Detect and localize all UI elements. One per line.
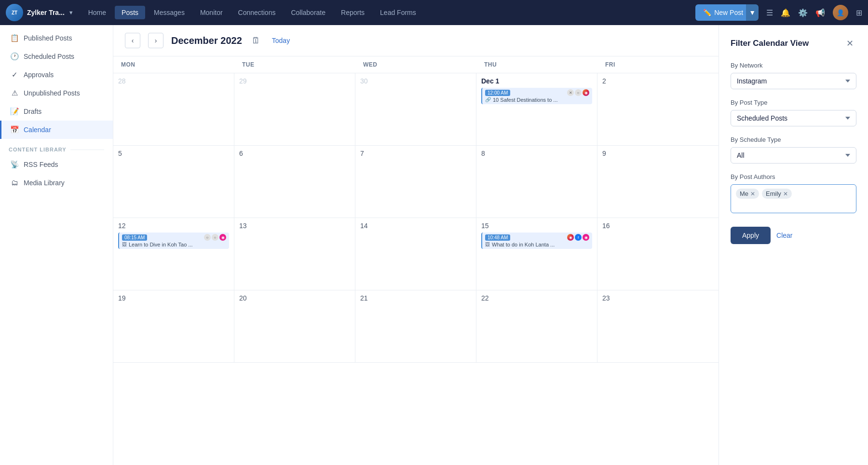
prev-month-button[interactable]: ‹ [125, 33, 140, 48]
filter-by-authors-label: By Post Authors [731, 173, 856, 180]
next-month-button[interactable]: › [148, 33, 163, 48]
sidebar-item-media-library[interactable]: 🗂 Media Library [0, 174, 113, 191]
approvals-icon: ✓ [10, 70, 19, 79]
calendar-main: ‹ › December 2022 🗓 Today MON TUE WED TH… [113, 25, 719, 465]
nav-item-monitor[interactable]: Monitor [193, 6, 230, 19]
cal-cell-dec1[interactable]: Dec 1 12:00 AM ✕ ○ ◉ � [476, 73, 597, 145]
cal-cell-dec5[interactable]: 5 [113, 146, 234, 218]
grid-apps-icon[interactable]: ⊞ [856, 8, 862, 17]
apply-button[interactable]: Apply [731, 227, 771, 244]
filter-by-post-type-label: By Post Type [731, 99, 856, 106]
event-icons-dec15: ◉ f ◉ [567, 234, 589, 241]
calendar-filter-icon[interactable]: 🗓 [252, 36, 260, 46]
event-icons: ✕ ○ ◉ [567, 89, 589, 96]
sidebar-item-calendar[interactable]: 📅 Calendar [0, 121, 113, 139]
scheduled-posts-icon: 🕐 [10, 52, 19, 61]
event-link-icon: 🔗 [485, 97, 491, 102]
nav-item-messages[interactable]: Messages [147, 6, 191, 19]
media-library-icon: 🗂 [10, 178, 19, 187]
sidebar-item-drafts[interactable]: 📝 Drafts [0, 102, 113, 121]
cal-date-dec15: 15 [481, 222, 592, 230]
event-time-badge-dec12: 08:15 AM [122, 234, 147, 241]
author-tag-emily[interactable]: Emily ✕ [762, 189, 792, 199]
day-header-wed: WED [355, 56, 476, 73]
event-icon-pink: ◉ [219, 234, 226, 241]
event-time-badge-dec15: 10:48 AM [485, 234, 510, 241]
filter-close-button[interactable]: ✕ [843, 37, 856, 50]
cal-cell-nov30[interactable]: 30 [355, 73, 476, 145]
cal-date-dec1: Dec 1 [481, 77, 592, 85]
cal-event-dec1-1[interactable]: 12:00 AM ✕ ○ ◉ 🔗 10 Safest Destinations … [481, 88, 592, 104]
author-tag-me-remove[interactable]: ✕ [750, 191, 755, 197]
clear-link[interactable]: Clear [776, 232, 792, 239]
cal-cell-dec22[interactable]: 22 [476, 290, 597, 362]
cal-cell-dec21[interactable]: 21 [355, 290, 476, 362]
cal-cell-dec2[interactable]: 2 [597, 73, 719, 145]
cal-cell-dec13[interactable]: 13 [234, 218, 355, 290]
sidebar-item-rss-feeds[interactable]: 📡 RSS Feeds [0, 155, 113, 174]
nav-item-collaborate[interactable]: Collaborate [284, 6, 332, 19]
cal-cell-dec8[interactable]: 8 [476, 146, 597, 218]
cal-cell-dec7[interactable]: 7 [355, 146, 476, 218]
filter-actions: Apply Clear [731, 227, 856, 244]
cal-date-dec14: 14 [360, 222, 471, 230]
cal-cell-dec23[interactable]: 23 [597, 290, 719, 362]
event-image-icon-dec15: 🖼 [485, 242, 490, 247]
author-tag-emily-remove[interactable]: ✕ [783, 191, 788, 197]
broadcast-icon[interactable]: 📢 [815, 8, 825, 17]
cal-event-dec12-1[interactable]: 08:15 AM ○ ○ ◉ 🖼 Learn to Dive in Koh Ta… [118, 232, 229, 249]
sidebar-item-unpublished-posts[interactable]: ⚠ Unpublished Posts [0, 84, 113, 102]
filter-by-network-select[interactable]: Instagram Facebook Twitter LinkedIn [731, 73, 856, 89]
nav-item-posts[interactable]: Posts [115, 6, 145, 19]
avatar[interactable]: 👤 [833, 5, 848, 20]
cal-cell-dec9[interactable]: 9 [597, 146, 719, 218]
nav-item-connections[interactable]: Connections [231, 6, 283, 19]
filter-by-schedule-type-select[interactable]: All Custom Recurring [731, 147, 856, 164]
settings-icon[interactable]: ⚙️ [798, 8, 808, 17]
cal-cell-dec19[interactable]: 19 [113, 290, 234, 362]
nav-item-home[interactable]: Home [81, 6, 113, 19]
new-post-button[interactable]: ✏️ New Post ▼ [695, 4, 759, 21]
cal-date-nov28: 28 [118, 77, 229, 85]
cal-cell-dec6[interactable]: 6 [234, 146, 355, 218]
content-library-section: CONTENT LIBRARY [0, 139, 113, 155]
event-title-dec12: Learn to Dive in Koh Tao ... [129, 242, 193, 247]
cal-cell-dec16[interactable]: 16 [597, 218, 719, 290]
cal-cell-dec20[interactable]: 20 [234, 290, 355, 362]
edit-icon: ✏️ [703, 9, 711, 16]
filter-authors-box[interactable]: Me ✕ Emily ✕ [731, 184, 856, 213]
event-body: 🔗 10 Safest Destinations to ... [485, 97, 589, 103]
cal-date-dec16: 16 [602, 222, 714, 230]
event-time-badge: 12:00 AM [485, 90, 510, 96]
cal-date-nov29: 29 [239, 77, 350, 85]
drafts-icon: 📝 [10, 107, 19, 116]
cal-cell-dec12[interactable]: 12 08:15 AM ○ ○ ◉ 🖼 [113, 218, 234, 290]
menu-icon[interactable]: ☰ [766, 8, 773, 17]
new-post-dropdown-icon[interactable]: ▼ [746, 4, 759, 21]
notification-icon[interactable]: 🔔 [781, 8, 790, 17]
cal-event-dec15-1[interactable]: 10:48 AM ◉ f ◉ 🖼 What to do in Koh Lanta… [481, 232, 592, 249]
filter-by-network-label: By Network [731, 62, 856, 69]
cal-date-dec21: 21 [360, 294, 471, 302]
app-logo[interactable]: ZT Zylker Tra... ▼ [6, 4, 74, 21]
cal-date-dec20: 20 [239, 294, 350, 302]
cal-date-dec8: 8 [481, 150, 592, 157]
cal-cell-nov29[interactable]: 29 [234, 73, 355, 145]
nav-item-lead-forms[interactable]: Lead Forms [373, 6, 423, 19]
author-tag-me[interactable]: Me ✕ [736, 189, 759, 199]
app-dropdown-icon[interactable]: ▼ [68, 10, 74, 15]
cal-cell-dec15[interactable]: 15 10:48 AM ◉ f ◉ 🖼 [476, 218, 597, 290]
filter-by-schedule-type-label: By Schedule Type [731, 136, 856, 143]
cal-cell-dec14[interactable]: 14 [355, 218, 476, 290]
sidebar-item-published-posts[interactable]: 📋 Published Posts [0, 29, 113, 47]
event-icon-circle2: ○ [212, 234, 218, 241]
day-header-mon: MON [113, 56, 234, 73]
sidebar-item-approvals[interactable]: ✓ Approvals [0, 66, 113, 84]
nav-item-reports[interactable]: Reports [334, 6, 371, 19]
today-link[interactable]: Today [272, 37, 290, 44]
author-tag-emily-label: Emily [766, 190, 781, 197]
calendar-week-2: 5 6 7 8 9 [113, 146, 719, 218]
filter-by-post-type-select[interactable]: All Published Posts Scheduled Posts Unpu… [731, 110, 856, 126]
sidebar-item-scheduled-posts[interactable]: 🕐 Scheduled Posts [0, 47, 113, 66]
cal-cell-nov28[interactable]: 28 [113, 73, 234, 145]
